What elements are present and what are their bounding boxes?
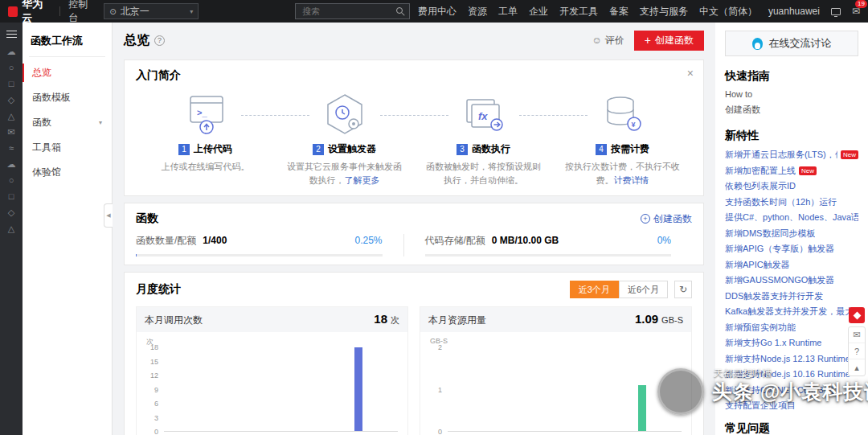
service-icon[interactable]: ◇ (8, 96, 14, 105)
menu-tickets[interactable]: 工单 (498, 5, 518, 18)
panel-unit: 次 (391, 314, 399, 326)
feature-link[interactable]: 新增支持Go 1.x Runtime (725, 337, 858, 349)
main-content: 总览 ? ☺ 评价 ? + 创建函数 入门简介 × (113, 23, 715, 435)
sidebar-item-label: 函数 (32, 116, 51, 129)
sidebar-item-templates[interactable]: 函数模板 (23, 85, 112, 110)
menu-resources[interactable]: 资源 (468, 5, 487, 18)
intro-steps: >_ 1 上传代码 上传或在线编写代码。 2 (136, 89, 692, 187)
feature-link[interactable]: 新增DMS数据同步模板 (725, 228, 858, 240)
divider (59, 6, 60, 16)
storage-percent: 0% (657, 235, 671, 246)
new-features-title: 新特性 (725, 129, 858, 143)
sidebar-item-toolbox[interactable]: 工具箱 (23, 135, 112, 160)
service-icon[interactable]: ☁ (7, 47, 16, 56)
learn-more-link[interactable]: 了解更多 (345, 175, 380, 185)
search-input[interactable] (295, 3, 410, 19)
console-link[interactable]: 控制台 (68, 0, 96, 25)
sidebar-title: 函数工作流 (23, 29, 112, 56)
pricing-link[interactable]: 计费详情 (614, 175, 649, 185)
y-axis: 210 (427, 347, 448, 432)
function-quota-stat: 函数数量/配额 1/400 0.25% (136, 234, 403, 256)
feature-link[interactable]: 新增支持Node.js 10.16 Runtime (725, 368, 858, 380)
storage-label: 代码存储/配额 (425, 234, 485, 248)
menu-cost-center[interactable]: 费用中心 (418, 5, 457, 18)
sidebar-item-label: 体验馆 (32, 166, 61, 179)
feature-link[interactable]: DDS触发器支持并行开发 (725, 290, 858, 302)
range-3-months-button[interactable]: 近3个月 (570, 281, 619, 298)
create-function-link[interactable]: + 创建函数 (641, 212, 692, 226)
panel-value: 18 (374, 312, 387, 326)
huawei-logo-icon (8, 6, 18, 17)
sidebar-item-functions[interactable]: 函数 ▾ (23, 110, 112, 135)
feedback-button[interactable]: ☺ 评价 (592, 34, 624, 47)
help-icon[interactable]: ? (154, 35, 165, 46)
page-title: 总览 (124, 32, 149, 49)
service-icon[interactable]: ≈ (9, 144, 14, 153)
feature-link[interactable]: 提供C#、python、Nodes、Java语言SDK (725, 211, 858, 224)
feature-link[interactable]: 新增开通云日志服务(LTS)，使用更丰富的New (725, 149, 858, 161)
range-6-months-button[interactable]: 近6个月 (619, 281, 668, 298)
service-icon-rail: ☁ ○ □ ◇ △ ✉ ≈ ☁ ○ □ ◇ △ (0, 23, 23, 435)
monitor-icon[interactable] (831, 6, 841, 17)
feedback-mail-icon[interactable]: ✉ (849, 327, 865, 343)
circle-plus-icon: + (641, 214, 650, 224)
service-icon[interactable]: ○ (9, 176, 14, 185)
feature-link[interactable]: 新增APIG（专享版）触发器 (725, 243, 858, 255)
service-icon[interactable]: △ (8, 224, 14, 233)
online-chat-button[interactable]: 在线交流讨论 (725, 31, 858, 56)
service-icon[interactable]: ✉ (7, 128, 14, 137)
quota-label: 函数数量/配额 (136, 234, 196, 248)
feature-link[interactable]: Kafka触发器支持并发开发，最大消息量为6M (725, 306, 858, 318)
menu-language[interactable]: 中文（简体） (699, 5, 757, 18)
feature-link[interactable]: 新增支持C#(.NET Core 3.1) (725, 384, 858, 396)
service-icon[interactable]: △ (8, 112, 14, 121)
feature-link[interactable]: 依赖包列表展示ID (725, 180, 858, 192)
monthly-title: 月度统计 (136, 282, 181, 297)
page-header: 总览 ? ☺ 评价 ? + 创建函数 (124, 27, 704, 53)
create-function-label: 创建函数 (655, 34, 694, 47)
messages-icon[interactable]: ✉ 19 (852, 6, 860, 17)
service-icon[interactable]: ◇ (8, 208, 14, 217)
service-icon[interactable]: □ (9, 192, 14, 201)
service-icon[interactable]: ○ (9, 64, 14, 72)
menu-enterprise[interactable]: 企业 (529, 5, 548, 18)
search-box (295, 3, 410, 19)
menu-icp-filing[interactable]: 备案 (609, 5, 628, 18)
sidebar-collapse-button[interactable]: ◀ (104, 203, 113, 228)
feature-link[interactable]: 支持函数长时间（12h）运行 (725, 196, 858, 208)
panel-label: 本月调用次数 (145, 314, 203, 327)
panel-unit: GB-S (661, 315, 683, 325)
storage-quota-stat: 代码存储/配额 0 MB/10.00 GB 0% (425, 234, 693, 256)
menu-dev-tools[interactable]: 开发工具 (559, 5, 598, 18)
feature-link[interactable]: 支持配置企业项目 (725, 400, 858, 412)
refresh-button[interactable]: ↻ (674, 281, 692, 298)
service-icon[interactable]: □ (9, 80, 14, 88)
create-function-button[interactable]: ? + 创建函数 (634, 31, 704, 51)
sidebar-item-experience[interactable]: 体验馆 (23, 160, 112, 185)
feature-link[interactable]: 新增APIC触发器 (725, 259, 858, 271)
feature-link[interactable]: 新增GAUSSMONGO触发器 (725, 274, 858, 286)
sidebar-item-overview[interactable]: 总览 (23, 60, 112, 85)
menu-support[interactable]: 支持与服务 (640, 5, 688, 18)
menu-account[interactable]: yuanhuawei (768, 6, 820, 17)
feature-link[interactable]: 新增加密配置上线New (725, 165, 858, 177)
promo-icon[interactable] (849, 307, 865, 323)
quick-guide-link-howto[interactable]: How to (725, 89, 858, 99)
step-number: 1 (178, 144, 190, 155)
invocations-panel: 本月调用次数 18 次 次 1815129630 (136, 306, 408, 435)
divider (29, 56, 105, 57)
back-to-top-icon[interactable]: ▴ (849, 359, 865, 375)
resource-usage-panel: 本月资源用量 1.09 GB-S GB-S 210 (420, 306, 692, 435)
close-icon[interactable]: × (687, 67, 694, 80)
range-toggle: 近3个月 近6个月 (570, 281, 668, 298)
feature-link[interactable]: 新增支持Node.js 12.13 Runtime (725, 353, 858, 365)
help-question-icon[interactable]: ? (849, 343, 865, 359)
step-number: 2 (313, 144, 324, 155)
region-selector[interactable]: ⊙ 北京一 ▾ (104, 3, 199, 19)
monitor-glyph (831, 8, 841, 15)
search-icon[interactable] (396, 7, 403, 14)
feature-link[interactable]: 新增预留实例功能 (725, 322, 858, 334)
service-icon[interactable]: ☁ (7, 160, 16, 169)
hamburger-menu-icon[interactable] (6, 28, 17, 40)
quick-guide-link-create[interactable]: 创建函数 (725, 104, 858, 116)
